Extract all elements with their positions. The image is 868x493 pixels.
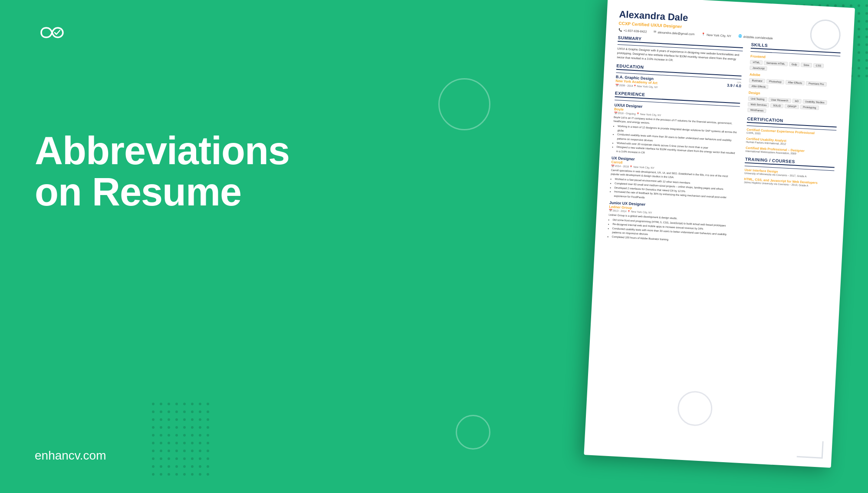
- brand-logo: [35, 22, 69, 45]
- skill-tag: IxD: [792, 99, 801, 103]
- skill-tag: Web Services: [748, 102, 769, 108]
- job-3: Junior UX Designer Ledner Group 📅 2013 -…: [607, 201, 735, 245]
- gpa-value: 3.9 / 4.0: [727, 83, 741, 88]
- education-section-title: EDUCATION: [616, 63, 742, 76]
- experience-section-title: EXPERIENCE: [615, 91, 741, 104]
- resume-body: SUMMARY UX/UI & Graphic Designer with 8 …: [607, 35, 841, 251]
- resume-email: ✉ alexandra.dale@gmail.com: [654, 30, 694, 36]
- skill-tag: Sass: [801, 63, 812, 67]
- education-row: B.A. Graphic Design New York Academy of …: [615, 75, 741, 93]
- resume-phone: 📞 +1-837-639-8422: [618, 28, 647, 33]
- job-1-bullets: Working in a team of 12 designers to pro…: [612, 124, 739, 160]
- skill-tag: Illustrator: [749, 78, 765, 83]
- skill-tag: Photoshop: [766, 79, 784, 84]
- job-2: UX Designer Carroll 📅 2014 - 2018 📍 New …: [609, 156, 737, 205]
- dot-grid-bottom-left: (function() { var grid = document.queryS…: [152, 403, 209, 476]
- main-text-block: Abbreviations on Resume: [35, 130, 360, 212]
- website-url: enhancv.com: [35, 449, 106, 463]
- summary-text: UX/UI & Graphic Designer with 8 years of…: [617, 46, 743, 66]
- resume-deco-corner: [797, 440, 824, 459]
- skill-tag: After Effects: [785, 80, 805, 85]
- skill-tag: Wireframes: [748, 108, 766, 113]
- cert-item-3: Certified Web Professional – Designer In…: [746, 146, 835, 157]
- skill-tag: After Effects: [749, 84, 768, 89]
- resume-container: Alexandra Dale CCXP Certified UX/UI Desi…: [583, 0, 868, 486]
- resume-deco-circle-2: [677, 390, 713, 427]
- skill-tag: CSS: [813, 63, 824, 68]
- skill-tag: Gulp: [789, 62, 799, 67]
- skill-tag: GRASP: [785, 104, 799, 109]
- page-title: Abbreviations on Resume: [35, 130, 360, 212]
- deco-circle-1: [438, 78, 490, 130]
- training-item-2: HTML, CSS, and Javascript for Web Develo…: [744, 177, 834, 189]
- skill-tags-design: Unit Testing User Research IxD Usability…: [748, 96, 838, 117]
- skill-tag: Premiere Pro: [806, 81, 827, 86]
- skill-tag: JavaScript: [750, 66, 767, 71]
- skill-tag: User Research: [768, 97, 791, 103]
- skill-tag: Usability Studies: [802, 99, 827, 105]
- edu-dates: 📅 2008 - 2014: [615, 83, 633, 87]
- job-1: UX/UI Designer Boyle 📅 2018 - Ongoing 📍 …: [612, 103, 740, 160]
- skill-tag: Semantic HTML: [764, 61, 788, 66]
- skill-tag: Unit Testing: [748, 96, 767, 102]
- resume-portfolio: 🌐 dribbble.com/alexdale: [738, 34, 773, 40]
- skill-tag: Prototyping: [800, 105, 819, 110]
- gpa-block: GPA 3.9 / 4.0: [727, 81, 741, 93]
- skill-tag: SOLID: [770, 103, 783, 109]
- resume-paper: Alexandra Dale CCXP Certified UX/UI Desi…: [584, 0, 855, 468]
- education-details: B.A. Graphic Design New York Academy of …: [615, 75, 658, 89]
- resume-left-column: SUMMARY UX/UI & Graphic Designer with 8 …: [607, 35, 743, 245]
- resume-location: 📍 New York City, NY: [701, 33, 731, 38]
- skill-tag: HTML: [750, 60, 763, 65]
- resume-right-column: SKILLS Frontend HTML Semantic HTML Gulp …: [740, 42, 841, 251]
- deco-circle-2: [456, 415, 490, 450]
